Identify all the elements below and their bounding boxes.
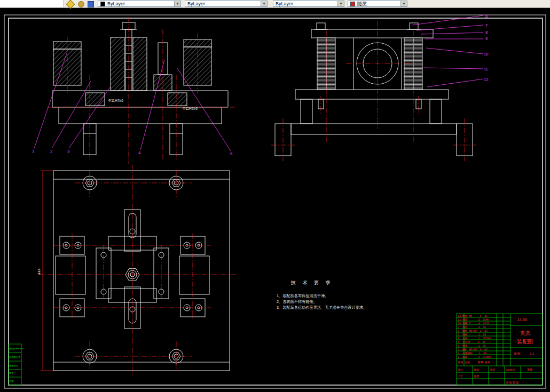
frame-table-label: 借(通)用件登记: [9, 347, 25, 350]
layers-icon[interactable]: [66, 0, 75, 9]
review-label: 审核: [490, 368, 495, 371]
tech-req-item: 2、各表面不得有碰伤。: [277, 299, 317, 304]
front-view: [52, 22, 228, 155]
design-label: 设计: [457, 368, 463, 371]
3d-cube-icon[interactable]: [88, 1, 94, 7]
approve-label: 批准: [474, 374, 479, 378]
sheet-label: 共 张 第 张: [506, 381, 518, 385]
drawing-canvas[interactable]: Φ11H7/r6 Φ11H7/r6: [0, 0, 550, 392]
color-combo[interactable]: ByLayer ▼: [185, 1, 268, 7]
parts-row: 9 导柱 2 45: [458, 326, 486, 329]
scale-label: 比例: [514, 352, 520, 356]
drawing-title-1: 夹具: [520, 330, 531, 336]
parts-row: 11 弹簧 2 65Mn: [458, 318, 489, 322]
color-palette-icon[interactable]: [78, 1, 84, 7]
frame-side-table: 借(通)用件登记 旧底图总号 底图总号 签字 日期: [9, 344, 25, 385]
stage-label: 阶段标记: [506, 369, 515, 372]
chevron-down-icon[interactable]: ▼: [400, 1, 407, 6]
title-block: 12 螺母 M8 4 45 11 弹簧 2 65Mn 10 垫圈 8 4 Q23…: [457, 314, 543, 385]
parts-row: 5 定位销 2 45: [458, 340, 485, 344]
fit-dim-right: Φ11H7/r6: [183, 107, 198, 110]
balloon-6: 6: [485, 14, 488, 19]
layer-combo-value: ByLayer: [107, 1, 125, 6]
parts-row: 4 滑块 1 45: [458, 345, 486, 347]
parts-header: 序号 名称 数量 材料: [458, 361, 490, 364]
drawing-title-2: 装配图: [517, 339, 533, 345]
tech-req-title: 技 术 要 求: [290, 280, 333, 285]
plan-height-dim: 444: [37, 268, 41, 275]
balloon-9: 9: [485, 36, 488, 41]
frame-table-label: 底图总号: [9, 364, 19, 367]
parts-row: 3 螺钉 M6×16 4 45: [458, 348, 488, 351]
scale-value: 1:1: [530, 352, 535, 355]
balloon-4: 4: [138, 150, 140, 155]
linewidth-swatch: [350, 2, 355, 6]
linewidth-combo-value: 随层: [357, 1, 367, 7]
weight-label: 重量: [527, 368, 532, 371]
chevron-down-icon[interactable]: ▼: [337, 1, 344, 6]
cad-app-window: ByLayer ▼ ByLayer ▼ ByLayer ▼ 随层 ▼: [0, 0, 550, 392]
process-label: 工艺: [458, 374, 463, 378]
toolbar-blank-panel: [0, 0, 64, 7]
color-combo-value: ByLayer: [187, 1, 205, 6]
linewidth-combo[interactable]: 随层 ▼: [348, 1, 407, 7]
plan-view-dimension: 444: [37, 171, 53, 371]
parts-row: 12 螺母 M8 4 45: [458, 314, 488, 318]
top-toolbar: ByLayer ▼ ByLayer ▼ ByLayer ▼ 随层 ▼: [0, 0, 550, 8]
parts-row: 8 螺栓 M8×40 2 45: [458, 329, 488, 333]
frame-table-label: 旧底图总号: [9, 356, 21, 358]
balloon-8: 8: [485, 30, 488, 35]
chevron-down-icon[interactable]: ▼: [174, 1, 180, 6]
balloon-5: 5: [230, 151, 232, 156]
balloon-3: 3: [67, 149, 69, 154]
balloon-10: 10: [484, 52, 488, 57]
chevron-down-icon[interactable]: ▼: [261, 1, 267, 6]
balloon-7: 7: [485, 23, 488, 28]
fit-dim-left: Φ11H7/r6: [108, 99, 123, 102]
parts-row: 6 支座 1 HT200: [458, 337, 491, 340]
side-view-centerlines: [271, 21, 476, 161]
layer-combo[interactable]: ByLayer ▼: [98, 1, 181, 7]
frame-table-label: 签字: [9, 372, 14, 374]
tech-req-item: 3、装配后各运动件应灵活、无卡滞并符合设计要求。: [277, 305, 367, 310]
balloon-1: 1: [32, 149, 34, 154]
drawing-number: JJ-00: [517, 317, 528, 322]
check-label: 校核: [473, 368, 479, 371]
parts-row: 7 压板 1 45: [458, 333, 486, 336]
layer-swatch: [100, 2, 105, 6]
frame-table-label: 日期: [9, 380, 13, 382]
tech-requirements: 技 术 要 求 1、装配前各零件应清洗干净。 2、各表面不得有碰伤。 3、装配后…: [277, 280, 367, 310]
tech-req-item: 1、装配前各零件应清洗干净。: [277, 293, 328, 298]
balloon-12: 12: [484, 77, 488, 82]
plan-view: [53, 171, 230, 371]
parts-row: 2 压紧螺杆 1 45: [458, 351, 486, 355]
linetype-combo-value: ByLayer: [276, 1, 293, 6]
balloon-11: 11: [484, 67, 488, 71]
side-view: [275, 23, 473, 156]
linetype-combo[interactable]: ByLayer ▼: [273, 1, 344, 7]
balloon-2: 2: [50, 149, 52, 154]
parts-row: 1 底板 1 HT200: [458, 355, 491, 358]
